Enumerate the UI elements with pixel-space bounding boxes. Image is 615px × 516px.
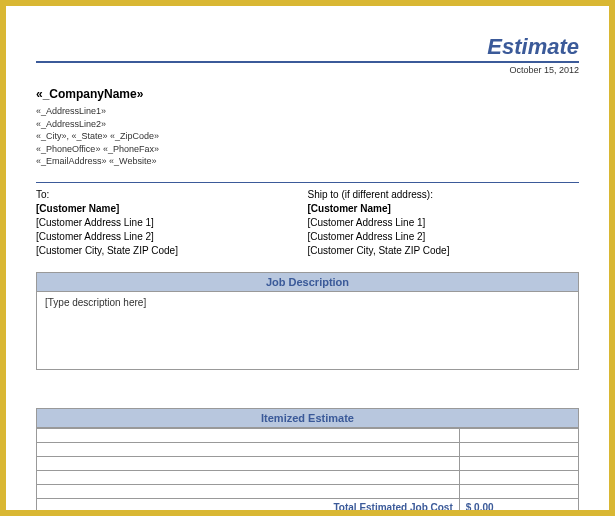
company-city-state-zip: «_City», «_State» «_ZipCode» <box>36 130 579 143</box>
company-phone: «_PhoneOffice» «_PhoneFax» <box>36 143 579 156</box>
bill-to-addr1: [Customer Address Line 1] <box>36 216 308 230</box>
table-row <box>37 442 579 456</box>
document-page: Estimate October 15, 2012 «_CompanyName»… <box>6 6 609 510</box>
company-email-web: «_EmailAddress» «_Website» <box>36 155 579 168</box>
ship-to-city: [Customer City, State ZIP Code] <box>308 244 580 258</box>
ship-to-label: Ship to (if different address): <box>308 189 580 200</box>
total-amount: $ 0.00 <box>459 498 578 510</box>
total-label: Total Estimated Job Cost <box>37 498 460 510</box>
company-address-2: «_AddressLine2» <box>36 118 579 131</box>
bill-to-city: [Customer City, State ZIP Code] <box>36 244 308 258</box>
company-block: «_CompanyName» «_AddressLine1» «_Address… <box>36 87 579 168</box>
document-title: Estimate <box>36 34 579 63</box>
job-description-header: Job Description <box>36 272 579 292</box>
job-description-placeholder: [Type description here] <box>45 297 146 308</box>
bill-to-block: To: [Customer Name] [Customer Address Li… <box>36 189 308 258</box>
itemized-table: Total Estimated Job Cost $ 0.00 <box>36 428 579 510</box>
ship-to-block: Ship to (if different address): [Custome… <box>308 189 580 258</box>
ship-to-addr2: [Customer Address Line 2] <box>308 230 580 244</box>
table-row <box>37 470 579 484</box>
table-row <box>37 428 579 442</box>
address-row: To: [Customer Name] [Customer Address Li… <box>36 189 579 258</box>
company-address-1: «_AddressLine1» <box>36 105 579 118</box>
ship-to-addr1: [Customer Address Line 1] <box>308 216 580 230</box>
divider <box>36 182 579 183</box>
bill-to-label: To: <box>36 189 308 200</box>
document-date: October 15, 2012 <box>36 65 579 75</box>
job-description-box[interactable]: [Type description here] <box>36 292 579 370</box>
spacer <box>36 370 579 408</box>
total-row: Total Estimated Job Cost $ 0.00 <box>37 498 579 510</box>
table-row <box>37 456 579 470</box>
company-name: «_CompanyName» <box>36 87 579 101</box>
table-row <box>37 484 579 498</box>
ship-to-name: [Customer Name] <box>308 202 580 216</box>
bill-to-name: [Customer Name] <box>36 202 308 216</box>
itemized-header: Itemized Estimate <box>36 408 579 428</box>
bill-to-addr2: [Customer Address Line 2] <box>36 230 308 244</box>
